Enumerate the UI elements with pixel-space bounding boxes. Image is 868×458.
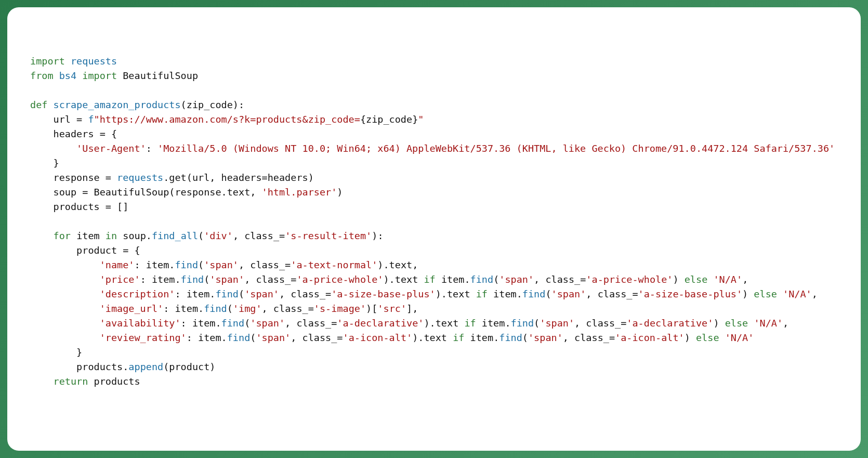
code-token: else (725, 318, 748, 329)
code-token: find (181, 274, 204, 285)
code-token (30, 303, 100, 314)
code-token: 'N/A' (783, 289, 812, 299)
code-token: : (377, 230, 383, 241)
code-token: class_ (250, 259, 285, 270)
code-token: headers (221, 172, 262, 183)
code-token: text (389, 259, 413, 270)
python-code-block: import requests from bs4 import Beautifu… (30, 54, 845, 389)
code-token: = (621, 318, 626, 329)
code-token: class_ (545, 274, 580, 285)
code-token: . (209, 289, 215, 299)
code-token: soup (30, 187, 82, 198)
code-token: ( (545, 289, 551, 299)
code-token: = (291, 274, 296, 285)
code-token: 'name' (100, 259, 135, 270)
code-token: : (134, 259, 146, 270)
code-token (748, 318, 754, 329)
code-token: , (250, 187, 261, 198)
code-token: = (308, 303, 314, 314)
code-token: import (82, 70, 117, 81)
code-token: , (563, 332, 574, 343)
code-token: "https://www.amazon.com/s?k=products&zip… (94, 114, 360, 125)
code-token: ) (377, 259, 383, 270)
code-token: find (215, 289, 239, 299)
code-token: 'img' (233, 303, 262, 314)
code-token: product (169, 361, 209, 372)
code-token: 'N/A' (713, 274, 742, 285)
code-token: } (30, 347, 82, 358)
code-token: . (198, 303, 204, 314)
code-token: ) (383, 274, 389, 285)
code-token: . (175, 274, 180, 285)
code-token: 'div' (204, 230, 233, 241)
code-token (30, 376, 54, 387)
code-token: = (279, 230, 285, 241)
code-token: ( (522, 332, 528, 343)
code-token: BeautifulSoup (94, 187, 169, 198)
code-token: response (30, 172, 106, 183)
code-token: text (395, 274, 418, 285)
code-token: ) (685, 332, 690, 343)
code-token (30, 361, 76, 372)
code-token: : (239, 99, 244, 110)
code-token: 'span' (540, 318, 574, 329)
code-token: class_ (291, 289, 325, 299)
code-token: if (424, 274, 435, 285)
code-token: 'a-text-normal' (291, 259, 377, 270)
code-token: 'a-icon-alt' (615, 332, 685, 343)
code-token: : (181, 318, 192, 329)
code-token: ( (534, 318, 540, 329)
code-token (470, 289, 476, 299)
code-token: } (412, 114, 418, 125)
code-token: find (204, 303, 227, 314)
code-token: . (441, 289, 447, 299)
code-token: class_ (598, 289, 633, 299)
code-token: ) (337, 187, 343, 198)
code-token: , (262, 303, 273, 314)
code-token: item (493, 289, 517, 299)
code-token: } (30, 158, 59, 168)
code-token: ) (366, 303, 372, 314)
code-token: from (30, 70, 54, 81)
code-token: ( (187, 172, 192, 183)
code-token: . (418, 332, 424, 343)
code-card: import requests from bs4 import Beautifu… (7, 7, 861, 451)
code-token: = (609, 332, 615, 343)
code-token: 'span' (499, 274, 534, 285)
code-token: ) (209, 361, 215, 372)
code-token: = (331, 318, 337, 329)
code-token: 'span' (244, 289, 279, 299)
code-token: products (30, 201, 106, 212)
code-token (88, 376, 94, 387)
code-token: text (447, 289, 470, 299)
code-token: requests (71, 56, 117, 67)
code-token: class_ (574, 332, 609, 343)
code-token: find (221, 318, 245, 329)
code-token: = (76, 114, 82, 125)
code-token: zip_code (366, 114, 412, 125)
code-token: 's-image' (314, 303, 366, 314)
code-token: ( (181, 99, 187, 110)
code-token: ( (204, 274, 209, 285)
code-token: ) (412, 332, 418, 343)
code-token (679, 274, 685, 285)
code-token: response (175, 187, 221, 198)
code-token (719, 332, 725, 343)
code-token: { (128, 245, 140, 256)
code-token: product (30, 245, 123, 256)
code-token: . (221, 332, 227, 343)
code-token: products (94, 376, 140, 387)
code-token: append (128, 361, 163, 372)
code-token: : (146, 143, 157, 154)
code-token: ) (308, 172, 314, 183)
code-token: item (470, 332, 494, 343)
code-token: 'html.parser' (262, 187, 337, 198)
code-token: 'a-declarative' (626, 318, 713, 329)
code-token (30, 318, 100, 329)
code-token: . (163, 172, 169, 183)
code-token: url (30, 114, 76, 125)
code-token: ( (163, 361, 169, 372)
code-token (88, 187, 94, 198)
code-token: 'a-price-whole' (586, 274, 673, 285)
code-token (719, 318, 725, 329)
